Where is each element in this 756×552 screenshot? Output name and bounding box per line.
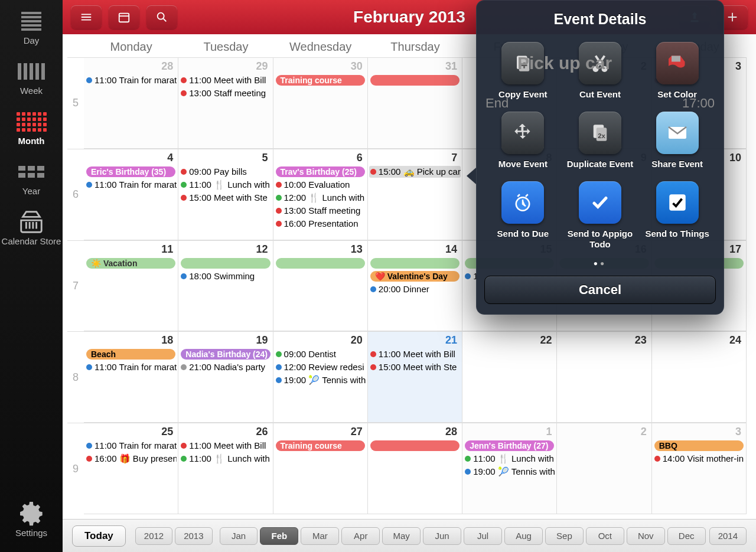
seg-month[interactable]: Jun [423,527,461,545]
event-item[interactable]: 12:00 🍴 Lunch with [275,192,366,204]
day-cell[interactable]: 31 [368,57,462,149]
event-item[interactable] [369,74,461,86]
day-cell[interactable]: 12 18:00 Swimming [178,240,273,332]
event-item[interactable]: 11:00 Train for marat [85,179,177,191]
seg-year[interactable]: 2013 [175,527,212,545]
day-cell[interactable]: 715:00 🚕 Pick up car [368,149,462,240]
event-item[interactable]: 11:00 🍴 Lunch with [464,453,555,465]
seg-year-end[interactable]: 2014 [709,527,747,545]
seg-month[interactable]: Nov [627,527,665,545]
day-cell[interactable]: 2511:00 Train for marat16:00 🎁 Buy prese… [84,423,178,514]
event-item[interactable]: 20:00 Dinner [369,283,461,295]
event-item[interactable]: 14:00 Visit mother-in [653,453,745,465]
day-cell[interactable]: 6Trav's Birthday (25)10:00 Evaluation12:… [273,149,368,240]
today-button[interactable]: Today [72,525,126,547]
day-cell[interactable]: 14 ❤️ Valentine's Day20:00 Dinner [368,240,462,332]
seg-month[interactable]: Dec [667,527,706,545]
day-cell[interactable]: 2009:00 Dentist12:00 Review redesi19:00 … [273,331,368,423]
day-cell[interactable]: 2811:00 Train for marat [84,57,178,149]
day-cell[interactable]: 24 [652,331,747,423]
search-button[interactable] [146,5,177,29]
seg-month[interactable]: Apr [341,527,380,545]
event-item[interactable]: 16:00 🎁 Buy presen [85,453,177,465]
event-item[interactable]: Beach [85,348,177,360]
popover-action[interactable]: Send to Things [642,181,712,250]
event-item[interactable]: 11:00 Train for marat [85,74,177,86]
menu-button[interactable] [71,5,102,29]
event-item[interactable]: Jenn's Birthday (27) [464,440,555,452]
day-cell[interactable]: 2111:00 Meet with Bill15:00 Meet with St… [368,331,462,423]
event-item[interactable]: 16:00 Presentation [275,218,366,230]
seg-year[interactable]: 2012 [135,527,172,545]
seg-month[interactable]: Feb [260,527,298,545]
event-item[interactable] [369,440,461,452]
event-item[interactable]: 11:00 Meet with Bill [180,74,271,86]
event-item[interactable]: Training course [275,74,366,86]
sidebar-settings[interactable]: Settings [15,504,47,538]
event-item[interactable]: ☀️ Vacation [85,257,177,269]
event-item[interactable] [369,257,461,269]
calendar-button[interactable] [109,5,139,29]
event-item[interactable]: 11:00 Meet with Bill [369,348,461,360]
popover-action[interactable]: 2xDuplicate Event [565,112,636,169]
day-cell[interactable]: 3BBQ14:00 Visit mother-in [652,423,747,514]
day-cell[interactable]: 30Training course [273,57,368,149]
popover-cancel-button[interactable]: Cancel [484,276,716,304]
event-item[interactable]: 11:00 🍴 Lunch with [180,179,271,191]
day-cell[interactable]: 2611:00 Meet with Bill11:00 🍴 Lunch with [178,423,273,514]
event-item[interactable]: 15:00 🚕 Pick up car [369,166,461,178]
popover-action[interactable]: Send to Due [488,181,558,250]
event-item[interactable]: Eric's Birthday (35) [85,166,177,178]
sidebar-month[interactable]: Month [18,112,45,146]
event-item[interactable]: 15:00 Meet with Ste [180,192,271,204]
day-cell[interactable]: 22 [462,331,557,423]
event-item[interactable]: 13:00 Staff meeting [180,87,271,99]
day-cell[interactable]: 4Eric's Birthday (35)11:00 Train for mar… [84,149,178,240]
seg-month[interactable]: Jul [464,527,502,545]
event-item[interactable]: 12:00 Review redesi [275,361,366,373]
event-item[interactable]: 19:00 🎾 Tennis with [464,466,555,478]
event-item[interactable]: 13:00 Staff meeting [275,205,366,217]
seg-month[interactable]: May [382,527,421,545]
event-item[interactable]: 09:00 Pay bills [180,166,271,178]
seg-month[interactable]: Mar [301,527,339,545]
day-cell[interactable]: 509:00 Pay bills11:00 🍴 Lunch with15:00 … [178,149,273,240]
seg-month[interactable]: Aug [504,527,543,545]
day-cell[interactable]: 2 [557,423,651,514]
event-item[interactable]: Training course [275,440,366,452]
sidebar-year[interactable]: Year [18,162,45,196]
day-cell[interactable]: 18Beach11:00 Train for marat [84,331,178,423]
day-cell[interactable]: 1Jenn's Birthday (27)11:00 🍴 Lunch with1… [462,423,557,514]
day-cell[interactable]: 13 [273,240,368,332]
event-item[interactable]: 18:00 Swimming [180,270,271,282]
day-cell[interactable]: 2911:00 Meet with Bill13:00 Staff meetin… [178,57,273,149]
event-item[interactable] [180,257,271,269]
event-item[interactable]: 10:00 Evaluation [275,179,366,191]
event-item[interactable]: 15:00 Meet with Ste [369,361,461,373]
event-item[interactable]: BBQ [653,440,745,452]
popover-action[interactable]: Share Event [642,112,712,169]
popover-action[interactable]: Send to Appigo Todo [565,181,636,250]
event-item[interactable]: Trav's Birthday (25) [275,166,366,178]
seg-month[interactable]: Sep [545,527,584,545]
event-item[interactable]: Nadia's Birthday (24) [180,348,271,360]
event-item[interactable]: 11:00 🍴 Lunch with [180,453,271,465]
event-item[interactable]: 19:00 🎾 Tennis with [275,374,366,386]
event-item[interactable]: ❤️ Valentine's Day [369,270,461,282]
popover-action[interactable]: Move Event [488,112,558,169]
day-cell[interactable]: 28 [368,423,462,514]
day-cell[interactable]: 23 [557,331,651,423]
day-cell[interactable]: 11☀️ Vacation [84,240,178,332]
seg-month[interactable]: Jan [220,527,258,545]
sidebar-week[interactable]: Week [18,62,45,96]
event-item[interactable]: 09:00 Dentist [275,348,366,360]
day-cell[interactable]: 19Nadia's Birthday (24)21:00 Nadia's par… [178,331,273,423]
sidebar-day[interactable]: Day [18,12,45,45]
event-item[interactable]: 21:00 Nadia's party [180,361,271,373]
event-item[interactable] [275,257,366,269]
event-item[interactable]: 11:00 Train for marat [85,440,177,452]
event-item[interactable]: 11:00 Meet with Bill [180,440,271,452]
event-item[interactable]: 11:00 Train for marat [85,361,177,373]
seg-month[interactable]: Oct [586,527,624,545]
sidebar-store[interactable]: Calendar Store [2,213,61,247]
